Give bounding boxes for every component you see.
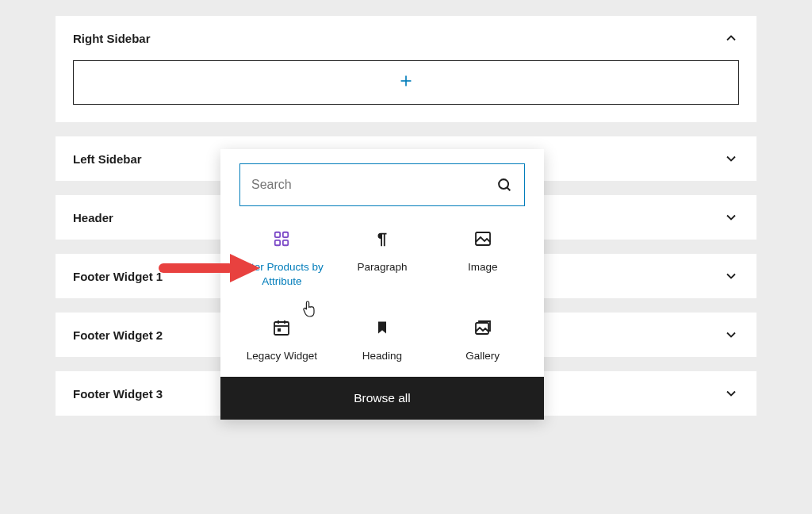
svg-rect-5 [283, 232, 288, 237]
browse-all-button[interactable]: Browse all [220, 377, 544, 420]
block-gallery[interactable]: Gallery [432, 313, 533, 363]
block-item-label: Legacy Widget [247, 349, 317, 363]
svg-rect-4 [275, 232, 280, 237]
inserter-search-wrap [220, 149, 544, 213]
block-item-label: Filter Products by Attribute [235, 260, 329, 289]
widget-area-title: Footer Widget 1 [73, 270, 163, 283]
inserter-search [239, 163, 525, 206]
svg-point-2 [499, 179, 508, 189]
widget-area-title: Footer Widget 2 [73, 328, 163, 342]
widget-area-title: Footer Widget 3 [73, 387, 163, 401]
gallery-icon [473, 317, 493, 338]
svg-line-3 [507, 187, 510, 190]
widget-area-title: Header [73, 211, 113, 224]
browse-all-label: Browse all [354, 391, 411, 405]
block-legacy-widget[interactable]: Legacy Widget [232, 313, 332, 363]
svg-rect-13 [278, 328, 281, 332]
block-filter-products-by-attribute[interactable]: Filter Products by Attribute [232, 224, 332, 289]
block-image[interactable]: Image [432, 224, 533, 289]
bookmark-icon [372, 317, 393, 338]
block-inserter-popover: Filter Products by Attribute Paragraph I… [220, 149, 544, 420]
image-icon [473, 228, 493, 249]
grid-icon [271, 228, 292, 249]
svg-rect-6 [275, 240, 280, 245]
chevron-up-icon [723, 30, 739, 46]
block-paragraph[interactable]: Paragraph [332, 224, 433, 289]
svg-rect-9 [274, 322, 289, 335]
block-item-label: Heading [362, 349, 402, 363]
chevron-down-icon [723, 209, 739, 225]
block-item-label: Paragraph [357, 260, 407, 274]
add-block-button[interactable] [73, 60, 739, 105]
search-icon [496, 176, 513, 194]
block-grid: Filter Products by Attribute Paragraph I… [220, 213, 544, 369]
widget-area-right-sidebar: Right Sidebar [56, 16, 756, 122]
widget-area-header[interactable]: Right Sidebar [56, 16, 756, 60]
svg-rect-7 [283, 240, 288, 245]
widget-area-body [56, 60, 756, 122]
search-input[interactable] [251, 178, 496, 192]
block-item-label: Image [468, 260, 498, 274]
chevron-down-icon [723, 327, 739, 343]
paragraph-icon [372, 228, 393, 249]
block-heading[interactable]: Heading [332, 313, 433, 363]
plus-icon [397, 72, 415, 93]
widget-area-title: Right Sidebar [73, 32, 151, 45]
chevron-down-icon [723, 386, 739, 401]
chevron-down-icon [723, 268, 739, 284]
block-item-label: Gallery [465, 349, 500, 363]
widget-area-title: Left Sidebar [73, 152, 142, 166]
calendar-icon [271, 317, 292, 338]
chevron-down-icon [723, 151, 739, 167]
svg-rect-14 [476, 323, 488, 334]
